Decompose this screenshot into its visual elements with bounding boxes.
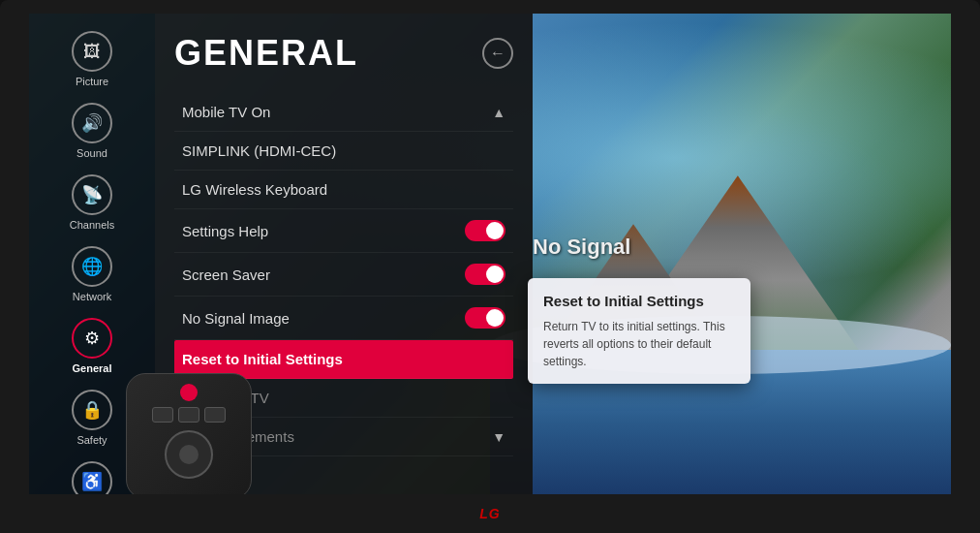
chevron-down-icon: ▼ bbox=[492, 429, 505, 445]
chevron-up-icon: ▲ bbox=[492, 105, 505, 120]
no-signal-image-label: No Signal Image bbox=[182, 310, 465, 327]
panel-header: GENERAL ← bbox=[174, 33, 513, 74]
channels-icon: 📡 bbox=[72, 174, 112, 215]
remote-control bbox=[126, 373, 252, 494]
sound-icon: 🔊 bbox=[72, 103, 112, 143]
network-icon: 🌐 bbox=[72, 246, 112, 287]
sidebar-item-network[interactable]: 🌐 Network bbox=[29, 238, 155, 310]
tv-screen: 🖼 Picture 🔊 Sound 📡 Channels 🌐 Network ⚙… bbox=[29, 14, 951, 494]
back-button[interactable]: ← bbox=[482, 38, 513, 69]
remote-dpad[interactable] bbox=[165, 430, 213, 479]
general-icon: ⚙ bbox=[72, 318, 112, 359]
sidebar-item-sound[interactable]: 🔊 Sound bbox=[29, 95, 155, 167]
tv-bezel: 🖼 Picture 🔊 Sound 📡 Channels 🌐 Network ⚙… bbox=[0, 0, 980, 533]
menu-item-lg-keyboard[interactable]: LG Wireless Keyboard bbox=[174, 171, 513, 209]
simplink-label: SIMPLINK (HDMI-CEC) bbox=[182, 142, 505, 159]
menu-item-screen-saver[interactable]: Screen Saver bbox=[174, 253, 513, 297]
menu-item-settings-help[interactable]: Settings Help bbox=[174, 209, 513, 253]
screen-saver-label: Screen Saver bbox=[182, 266, 465, 283]
remote-btn-2[interactable] bbox=[178, 407, 199, 423]
tv-bottom-bar: LG bbox=[0, 494, 980, 533]
settings-help-toggle[interactable] bbox=[465, 220, 505, 241]
remote-dpad-circle bbox=[165, 430, 213, 479]
safety-icon: 🔒 bbox=[72, 390, 112, 430]
picture-icon: 🖼 bbox=[72, 31, 112, 72]
tooltip-body: Return TV to its initial settings. This … bbox=[543, 318, 735, 370]
screen-saver-toggle[interactable] bbox=[465, 264, 505, 285]
tooltip-title: Reset to Initial Settings bbox=[543, 292, 735, 311]
sidebar-item-channels[interactable]: 📡 Channels bbox=[29, 167, 155, 238]
no-signal-image-toggle[interactable] bbox=[465, 307, 505, 329]
tooltip-popup: Reset to Initial Settings Return TV to i… bbox=[528, 278, 750, 385]
sidebar-label-general: General bbox=[73, 362, 112, 374]
sidebar-label-network: Network bbox=[73, 291, 111, 302]
remote-btn-3[interactable] bbox=[204, 407, 226, 423]
remote-power-button[interactable] bbox=[180, 384, 198, 401]
remote-btn-1[interactable] bbox=[152, 407, 173, 423]
menu-item-mobile-tv[interactable]: Mobile TV On ▲ bbox=[174, 93, 513, 132]
sidebar-label-sound: Sound bbox=[77, 147, 107, 159]
sidebar-label-channels: Channels bbox=[70, 219, 114, 231]
mobile-tv-label: Mobile TV On bbox=[182, 104, 492, 120]
sidebar-item-general[interactable]: ⚙ General bbox=[29, 310, 155, 382]
menu-item-simplink[interactable]: SIMPLINK (HDMI-CEC) bbox=[174, 132, 513, 171]
settings-help-label: Settings Help bbox=[182, 223, 465, 239]
sidebar-item-picture[interactable]: 🖼 Picture bbox=[29, 23, 155, 95]
lg-logo: LG bbox=[479, 506, 500, 521]
panel-title: GENERAL bbox=[174, 33, 358, 74]
sidebar-label-safety: Safety bbox=[77, 434, 107, 446]
remote-dpad-center[interactable] bbox=[179, 445, 199, 464]
lg-keyboard-label: LG Wireless Keyboard bbox=[182, 181, 505, 198]
menu-item-no-signal-image[interactable]: No Signal Image bbox=[174, 297, 513, 340]
accessibility-icon: ♿ bbox=[72, 461, 112, 494]
sidebar-label-picture: Picture bbox=[76, 76, 108, 87]
reset-label: Reset to Initial Settings bbox=[182, 351, 505, 367]
no-signal-label: No Signal bbox=[533, 235, 630, 260]
remote-top-buttons bbox=[152, 407, 226, 423]
